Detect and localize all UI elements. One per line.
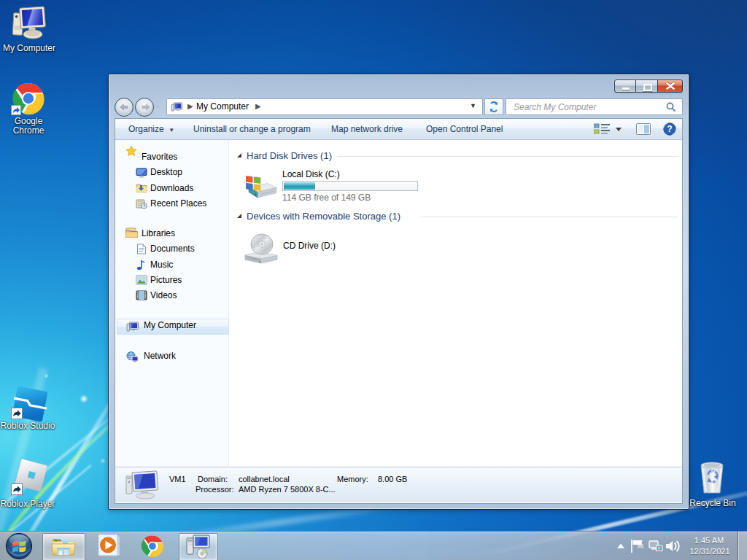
svg-text:?: ? (667, 124, 672, 134)
